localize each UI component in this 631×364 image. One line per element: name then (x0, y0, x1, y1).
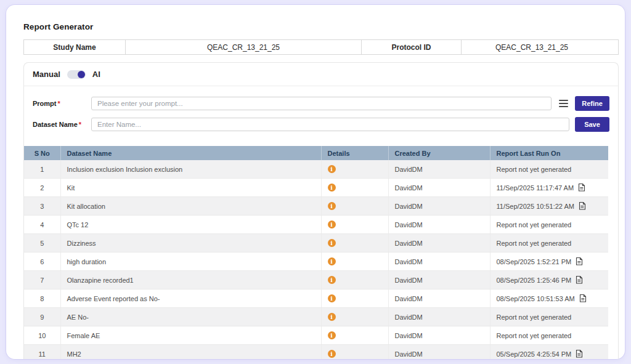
row-serial-number: 5 (24, 234, 60, 253)
row-report-last-run: Report not yet generated (490, 160, 608, 179)
row-dataset-name: Olanzapine recorded1 (60, 271, 321, 289)
row-created-by: DavidDM (388, 308, 490, 326)
report-last-run-text: Report not yet generated (497, 166, 572, 173)
row-report-last-run: 11/Sep/2025 11:17:47 AM (490, 179, 608, 197)
table-row: 2 Kit i DavidDM 11/Sep/2025 11:17:47 AM (24, 179, 608, 197)
row-serial-number: 7 (24, 271, 60, 289)
row-dataset-name: MH2 (60, 345, 321, 360)
details-info-icon[interactable]: i (328, 257, 336, 265)
column-header-sno: S No (24, 146, 60, 160)
dataset-table-body: 1 Inclusion exclusion Inclusion exclusio… (24, 160, 608, 359)
report-last-run-text: Report not yet generated (497, 240, 572, 247)
row-dataset-name: Kit allocation (60, 197, 321, 216)
prompt-label: Prompt* (33, 100, 91, 107)
dataset-name-input[interactable] (91, 118, 569, 131)
dataset-name-label: Dataset Name* (33, 121, 91, 128)
details-info-icon[interactable]: i (328, 165, 336, 173)
report-last-run-text: 08/Sep/2025 10:51:53 AM (497, 295, 575, 302)
row-details-cell: i (321, 271, 388, 289)
column-header-dataset-name: Dataset Name (60, 146, 321, 160)
column-header-report-last-run: Report Last Run On (490, 146, 608, 160)
row-details-cell: i (321, 289, 388, 308)
report-file-icon[interactable] (576, 276, 583, 284)
report-file-icon[interactable] (576, 350, 583, 358)
study-name-label: Study Name (23, 39, 126, 55)
report-file-icon[interactable] (576, 257, 583, 265)
study-info-bar: Study Name QEAC_CR_13_21_25 Protocol ID … (23, 39, 619, 55)
prompt-input[interactable] (91, 97, 552, 110)
save-button[interactable]: Save (575, 117, 609, 132)
row-report-last-run: 08/Sep/2025 1:52:21 PM (490, 253, 608, 271)
row-created-by: DavidDM (388, 160, 490, 179)
row-serial-number: 10 (24, 326, 60, 345)
report-last-run-text: 05/Sep/2025 4:25:54 PM (497, 350, 572, 358)
protocol-id-label: Protocol ID (361, 39, 462, 55)
row-dataset-name: AE No- (60, 308, 321, 326)
report-last-run-text: Report not yet generated (497, 221, 572, 229)
details-info-icon[interactable]: i (328, 184, 336, 192)
refine-button[interactable]: Refine (575, 96, 609, 111)
details-info-icon[interactable]: i (328, 331, 336, 339)
details-info-icon[interactable]: i (328, 294, 336, 302)
report-file-icon[interactable] (579, 294, 587, 302)
report-last-run-text: 11/Sep/2025 11:17:47 AM (497, 184, 574, 192)
details-info-icon[interactable]: i (328, 239, 336, 247)
row-details-cell: i (321, 197, 388, 216)
required-asterisk: * (79, 121, 81, 128)
report-last-run-text: Report not yet generated (497, 332, 572, 339)
details-info-icon[interactable]: i (328, 202, 336, 210)
row-dataset-name: Dizziness (60, 234, 321, 253)
row-created-by: DavidDM (388, 345, 490, 360)
page-title: Report Generator (23, 22, 619, 31)
table-row: 10 Female AE i DavidDM Report not yet ge… (24, 326, 608, 345)
table-row: 7 Olanzapine recorded1 i DavidDM 08/Sep/… (24, 271, 608, 289)
prompt-label-text: Prompt (33, 100, 57, 107)
row-report-last-run: 08/Sep/2025 10:51:53 AM (490, 289, 608, 308)
report-last-run-text: 08/Sep/2025 1:52:21 PM (497, 258, 572, 265)
row-created-by: DavidDM (388, 253, 490, 271)
ai-mode-label[interactable]: AI (92, 70, 100, 79)
row-details-cell: i (321, 234, 388, 253)
row-dataset-name: Adverse Event reported as No- (60, 289, 321, 308)
row-created-by: DavidDM (388, 289, 490, 308)
row-dataset-name: Inclusion exclusion Inclusion exclusion (60, 160, 321, 179)
table-row: 11 MH2 i DavidDM 05/Sep/2025 4:25:54 PM (24, 345, 608, 360)
report-file-icon[interactable] (578, 184, 585, 192)
table-row: 1 Inclusion exclusion Inclusion exclusio… (24, 160, 608, 179)
report-last-run-text: 08/Sep/2025 1:25:46 PM (497, 277, 572, 284)
row-report-last-run: Report not yet generated (490, 308, 608, 326)
table-row: 8 Adverse Event reported as No- i DavidD… (24, 289, 608, 308)
row-report-last-run: 05/Sep/2025 4:25:54 PM (490, 345, 608, 360)
prompt-row: Prompt* Refine (33, 96, 609, 111)
details-info-icon[interactable]: i (328, 276, 336, 284)
table-row: 5 Dizziness i DavidDM Report not yet gen… (24, 234, 608, 253)
table-row: 3 Kit allocation i DavidDM 11/Sep/2025 1… (24, 197, 608, 216)
row-details-cell: i (321, 160, 388, 179)
row-report-last-run: Report not yet generated (490, 326, 608, 345)
row-dataset-name: Female AE (60, 326, 321, 345)
details-info-icon[interactable]: i (328, 313, 336, 321)
toggle-knob-icon (78, 71, 85, 78)
row-created-by: DavidDM (388, 326, 490, 345)
row-details-cell: i (321, 253, 388, 271)
row-serial-number: 3 (24, 197, 60, 216)
prompt-options-menu-icon[interactable] (557, 98, 569, 109)
details-info-icon[interactable]: i (328, 350, 336, 358)
mode-toggle-switch[interactable] (67, 70, 86, 79)
table-row: 9 AE No- i DavidDM Report not yet genera… (24, 308, 608, 326)
protocol-id-value: QEAC_CR_13_21_25 (461, 39, 619, 55)
row-report-last-run: 08/Sep/2025 1:25:46 PM (490, 271, 608, 289)
dataset-name-label-text: Dataset Name (33, 121, 78, 128)
report-last-run-text: 11/Sep/2025 10:51:22 AM (497, 203, 574, 210)
row-details-cell: i (321, 345, 388, 360)
dataset-name-row: Dataset Name* Save (33, 117, 609, 132)
row-report-last-run: 11/Sep/2025 10:51:22 AM (490, 197, 608, 216)
row-details-cell: i (321, 326, 388, 345)
report-file-icon[interactable] (579, 202, 586, 210)
dataset-table: S No Dataset Name Details Created By Rep… (24, 146, 608, 359)
details-info-icon[interactable]: i (328, 220, 336, 229)
report-last-run-text: Report not yet generated (497, 313, 572, 321)
row-created-by: DavidDM (388, 216, 490, 234)
form-area: Prompt* Refine Dataset Name* Save (24, 86, 618, 141)
manual-mode-label[interactable]: Manual (33, 70, 60, 79)
